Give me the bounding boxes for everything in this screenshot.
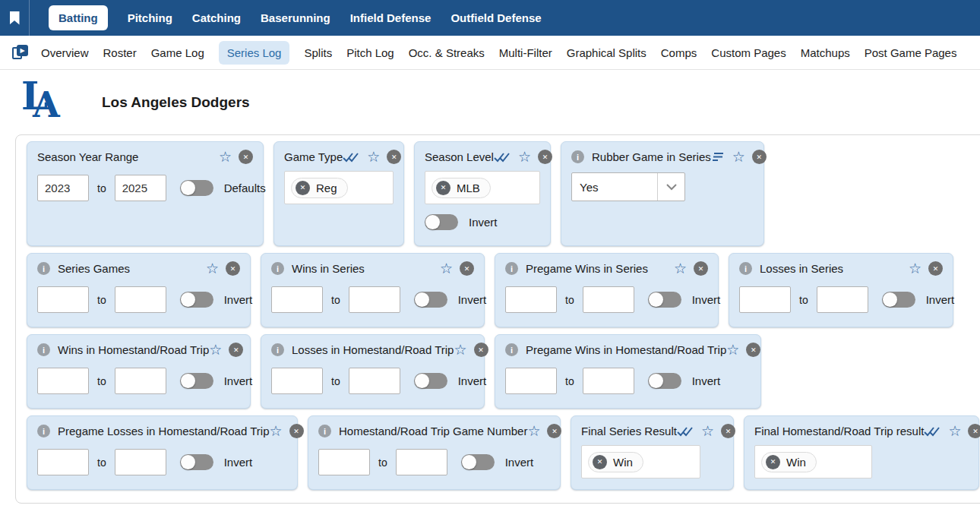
- close-icon[interactable]: ✕: [229, 343, 243, 357]
- star-icon[interactable]: ☆: [454, 343, 466, 357]
- select-all-icon[interactable]: [677, 426, 694, 437]
- close-icon[interactable]: ✕: [226, 261, 240, 276]
- close-icon[interactable]: ✕: [547, 424, 561, 438]
- range-to-input[interactable]: [115, 449, 166, 475]
- remove-chip-icon[interactable]: ✕: [593, 455, 607, 469]
- close-icon[interactable]: ✕: [387, 150, 401, 164]
- invert-toggle[interactable]: [648, 373, 681, 389]
- tab-pitching[interactable]: Pitching: [128, 11, 172, 24]
- range-from-input[interactable]: [37, 286, 89, 313]
- filter-chip[interactable]: ✕ MLB: [432, 178, 491, 198]
- info-icon[interactable]: i: [271, 343, 284, 356]
- info-icon[interactable]: i: [505, 343, 518, 356]
- range-to-input[interactable]: [349, 368, 400, 394]
- close-icon[interactable]: ✕: [928, 261, 943, 276]
- select-all-icon[interactable]: [494, 152, 511, 163]
- range-from-input[interactable]: [318, 449, 370, 475]
- star-icon[interactable]: ☆: [206, 261, 219, 276]
- remove-chip-icon[interactable]: ✕: [436, 181, 450, 195]
- star-icon[interactable]: ☆: [269, 424, 282, 438]
- pages-play-icon[interactable]: ▶: [12, 45, 28, 60]
- tab-infield-defense[interactable]: Infield Defense: [350, 11, 432, 24]
- subnav-comps[interactable]: Comps: [661, 46, 697, 59]
- rubber-game-select[interactable]: Yes: [571, 172, 685, 201]
- range-from-input[interactable]: [739, 286, 791, 313]
- star-icon[interactable]: ☆: [209, 343, 222, 357]
- close-icon[interactable]: ✕: [752, 150, 767, 164]
- tab-baserunning[interactable]: Baserunning: [261, 11, 330, 24]
- filter-chip[interactable]: ✕ Win: [588, 452, 643, 472]
- info-icon[interactable]: i: [271, 262, 284, 275]
- star-icon[interactable]: ☆: [518, 150, 531, 164]
- invert-toggle[interactable]: [180, 373, 213, 389]
- close-icon[interactable]: ✕: [460, 261, 474, 276]
- range-from-input[interactable]: [505, 286, 557, 313]
- subnav-matchups[interactable]: Matchups: [801, 46, 850, 59]
- info-icon[interactable]: i: [37, 425, 50, 437]
- range-from-input[interactable]: [37, 449, 89, 475]
- chip-container[interactable]: ✕ MLB: [425, 171, 540, 204]
- star-icon[interactable]: ☆: [219, 150, 232, 164]
- subnav-splits[interactable]: Splits: [304, 46, 332, 59]
- star-icon[interactable]: ☆: [726, 343, 739, 357]
- close-icon[interactable]: ✕: [721, 424, 735, 438]
- invert-toggle[interactable]: [425, 214, 458, 230]
- subnav-custom-pages[interactable]: Custom Pages: [711, 46, 786, 59]
- range-to-input[interactable]: [115, 286, 166, 313]
- range-to-input[interactable]: [817, 286, 868, 313]
- subnav-graphical-splits[interactable]: Graphical Splits: [567, 46, 646, 59]
- select-all-icon[interactable]: [924, 426, 940, 437]
- info-icon[interactable]: i: [37, 343, 50, 356]
- subnav-overview[interactable]: Overview: [41, 46, 89, 59]
- close-icon[interactable]: ✕: [239, 150, 253, 164]
- info-icon[interactable]: i: [739, 262, 752, 275]
- invert-toggle[interactable]: [180, 292, 213, 308]
- invert-toggle[interactable]: [648, 292, 681, 308]
- defaults-toggle[interactable]: [180, 180, 213, 196]
- close-icon[interactable]: ✕: [538, 150, 552, 164]
- invert-toggle[interactable]: [180, 454, 213, 470]
- chip-container[interactable]: ✕ Reg: [284, 171, 394, 204]
- chip-container[interactable]: ✕ Win: [754, 445, 872, 479]
- range-to-input[interactable]: [583, 286, 634, 313]
- star-icon[interactable]: ☆: [527, 424, 540, 438]
- info-icon[interactable]: i: [571, 150, 584, 163]
- subnav-post-game-pages[interactable]: Post Game Pages: [865, 46, 957, 59]
- select-all-icon[interactable]: [343, 152, 359, 163]
- filter-chip[interactable]: ✕ Reg: [291, 178, 348, 198]
- invert-toggle[interactable]: [461, 454, 495, 470]
- info-icon[interactable]: i: [37, 262, 50, 275]
- close-icon[interactable]: ✕: [694, 261, 708, 276]
- close-icon[interactable]: ✕: [746, 343, 760, 357]
- subnav-game-log[interactable]: Game Log: [151, 46, 204, 59]
- range-to-input[interactable]: [349, 286, 400, 313]
- range-to-input[interactable]: [115, 368, 166, 394]
- star-icon[interactable]: ☆: [948, 424, 961, 438]
- star-icon[interactable]: ☆: [701, 424, 714, 438]
- year-from-input[interactable]: [37, 175, 89, 201]
- star-icon[interactable]: ☆: [367, 150, 380, 164]
- subnav-roster[interactable]: Roster: [103, 46, 137, 59]
- close-icon[interactable]: ✕: [968, 424, 980, 438]
- tab-catching[interactable]: Catching: [192, 11, 241, 24]
- subnav-pitch-log[interactable]: Pitch Log: [346, 46, 394, 59]
- range-to-input[interactable]: [396, 449, 447, 475]
- year-to-input[interactable]: [115, 175, 166, 201]
- info-icon[interactable]: i: [318, 425, 331, 437]
- chip-container[interactable]: ✕ Win: [581, 445, 700, 479]
- invert-toggle[interactable]: [882, 292, 915, 308]
- range-from-input[interactable]: [271, 286, 323, 313]
- close-icon[interactable]: ✕: [289, 424, 304, 438]
- bookmark-button[interactable]: [0, 0, 30, 36]
- star-icon[interactable]: ☆: [732, 150, 745, 164]
- subnav-series-log[interactable]: Series Log: [219, 41, 290, 65]
- subnav-multi-filter[interactable]: Multi-Filter: [499, 46, 552, 59]
- close-icon[interactable]: ✕: [474, 343, 488, 357]
- filter-chip[interactable]: ✕ Win: [761, 452, 817, 472]
- star-icon[interactable]: ☆: [440, 261, 453, 276]
- star-icon[interactable]: ☆: [674, 261, 687, 276]
- tab-outfield-defense[interactable]: Outfield Defense: [450, 11, 541, 24]
- range-from-input[interactable]: [505, 368, 557, 394]
- tab-batting[interactable]: Batting: [49, 5, 108, 30]
- options-lines-icon[interactable]: [711, 152, 725, 162]
